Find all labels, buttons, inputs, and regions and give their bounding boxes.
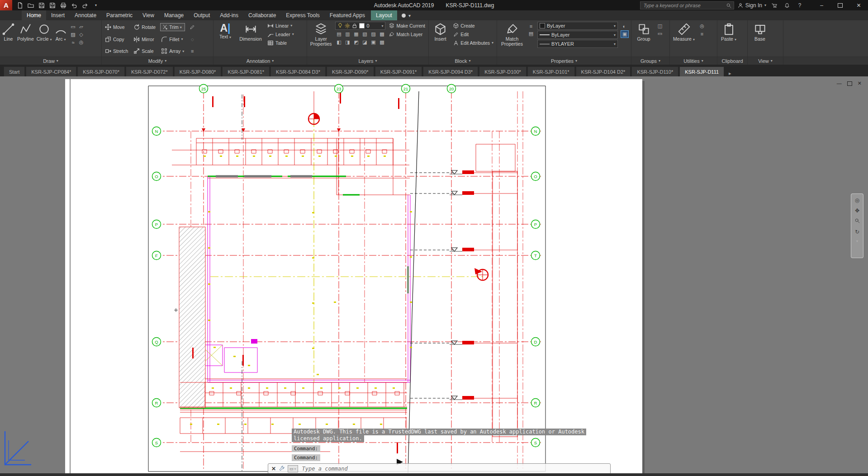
array-button[interactable]: Array▾ — [160, 47, 185, 55]
navigation-bar[interactable]: ◎ ✥ ↻ ▾ — [851, 193, 863, 258]
file-tab[interactable]: KSR-SJP-D094 D3* — [423, 66, 478, 76]
fillet-button[interactable]: Fillet▾ — [160, 35, 185, 43]
file-tab[interactable]: KSR-SJP-D081* — [222, 66, 270, 76]
app-store-icon[interactable] — [770, 3, 779, 8]
drawing-minimize-icon[interactable]: — — [837, 80, 842, 86]
navbar-more-icon[interactable]: ▾ — [856, 239, 858, 243]
help-icon[interactable]: ? — [795, 2, 804, 9]
tab-featured-apps[interactable]: Featured Apps — [325, 10, 370, 20]
ellipse-icon[interactable]: ▱ — [78, 24, 85, 30]
transparency-icon[interactable]: ◐ — [621, 23, 628, 29]
quick-select-icon[interactable]: ◎ — [698, 23, 706, 29]
command-close-icon[interactable]: ✕ — [271, 466, 276, 472]
paste-button[interactable]: Paste ▾ — [720, 22, 738, 57]
tab-home[interactable]: Home — [22, 10, 46, 20]
layer-unisolate-icon[interactable]: ◨ — [344, 39, 351, 46]
tab-insert[interactable]: Insert — [46, 10, 70, 20]
base-button[interactable]: Base — [750, 22, 770, 57]
measure-button[interactable]: Measure ▾ — [672, 22, 696, 57]
offset-icon[interactable]: ≡ — [189, 48, 196, 55]
move-button[interactable]: Move — [104, 24, 129, 31]
rotate-button[interactable]: Rotate — [133, 24, 157, 31]
explode-icon[interactable]: ◌ — [189, 36, 196, 42]
drawing-close-icon[interactable]: ✕ — [858, 80, 862, 86]
zoom-icon[interactable] — [854, 218, 860, 225]
group-edit-icon[interactable]: ▭ — [656, 30, 664, 37]
view-panel-label[interactable]: View▾ — [748, 57, 783, 65]
point-icon[interactable]: ◎ — [78, 39, 85, 46]
ribbon-collapse-icon[interactable]: ▾ — [408, 13, 411, 18]
layers-panel-label[interactable]: Layers▾ — [307, 57, 428, 65]
layer-properties-button[interactable]: Layer Properties — [309, 22, 332, 57]
command-line[interactable]: ✕ ▭▾ — [268, 463, 611, 474]
modify-panel-label[interactable]: Modify▾ — [102, 57, 213, 65]
layer-dropdown-icon[interactable]: ▾ — [381, 24, 383, 28]
layer-on-tool-icon[interactable]: ◧ — [335, 39, 342, 46]
linear-button[interactable]: Linear▾ — [266, 22, 295, 29]
layer-state-icon[interactable]: ▣ — [370, 39, 377, 46]
notifications-icon[interactable] — [783, 3, 792, 8]
object-color-dropdown[interactable]: ByLayer▾ — [537, 22, 618, 30]
signin-dropdown-icon[interactable]: ▾ — [764, 3, 766, 7]
erase-icon[interactable] — [189, 24, 196, 31]
group-button[interactable]: Group — [634, 22, 654, 57]
layer-freeze-icon[interactable]: ▦ — [352, 31, 360, 38]
command-customize-icon[interactable] — [279, 465, 285, 473]
edit-block-button[interactable]: Edit — [452, 30, 494, 38]
orbit-icon[interactable]: ↻ — [855, 229, 859, 235]
signin-button[interactable]: Sign In ▾ — [738, 2, 766, 9]
tab-parametric[interactable]: Parametric — [101, 10, 138, 20]
layer-off-icon[interactable]: ▤ — [335, 31, 342, 38]
recent-commands-icon[interactable]: ▭▾ — [288, 465, 298, 472]
layer-dropdown[interactable]: 0 ▾ — [335, 22, 385, 30]
file-tab-start[interactable]: Start — [4, 66, 25, 76]
circle-button[interactable]: Circle ▾ — [37, 22, 52, 57]
linetype-dropdown[interactable]: BYLAYER▾ — [537, 40, 618, 48]
tab-annotate[interactable]: Annotate — [70, 10, 101, 20]
file-tab[interactable]: KSR-SJP-D091* — [375, 66, 422, 76]
tab-addins[interactable]: Add-ins — [215, 10, 243, 20]
file-tab-active[interactable]: KSR-SJP-D111 — [679, 66, 724, 76]
drawing-area[interactable]: 25 23 21 20 N O P F Q R S N O P T D R S — [0, 76, 868, 476]
file-tab[interactable]: KSR-SJP-D100* — [479, 66, 526, 76]
block-panel-label[interactable]: Block▾ — [429, 57, 497, 65]
file-tab[interactable]: KSR-SJP-D104 D2* — [576, 66, 631, 76]
file-tab[interactable]: KSR-SJP-D084 D3* — [270, 66, 326, 76]
rectangle-icon[interactable]: ▭ — [70, 24, 77, 30]
stretch-button[interactable]: Stretch — [104, 47, 129, 55]
file-tab[interactable]: KSR-SJP-D110* — [631, 66, 678, 76]
tab-express-tools[interactable]: Express Tools — [281, 10, 324, 20]
plot-icon[interactable] — [58, 1, 68, 10]
arc-button[interactable]: Arc ▾ — [55, 22, 67, 57]
polyline-button[interactable]: Polyline — [17, 22, 34, 57]
file-tab[interactable]: KSR-SJP-D090* — [327, 66, 374, 76]
qat-dropdown-icon[interactable]: ▾ — [91, 1, 101, 10]
annotation-panel-label[interactable]: Annotation▾ — [213, 57, 307, 65]
ungroup-icon[interactable]: ◫ — [656, 23, 664, 29]
minimize-button[interactable]: – — [812, 0, 831, 10]
drawing-restore-icon[interactable] — [847, 81, 852, 86]
search-input[interactable] — [643, 2, 724, 9]
layer-thaw-tool-icon[interactable]: ◩ — [352, 39, 360, 46]
make-current-button[interactable]: Make Current — [388, 22, 426, 29]
line-button[interactable]: Line — [2, 22, 14, 57]
selected-toggle-icon[interactable]: ▣ — [621, 30, 629, 38]
layer-lock-tool-icon[interactable]: ▧ — [361, 31, 368, 38]
properties-panel-label[interactable]: Properties▾ — [497, 57, 631, 65]
file-tab[interactable]: KSR-SJP-CP084* — [26, 66, 76, 76]
leader-button[interactable]: Leader▾ — [266, 30, 295, 38]
tab-output[interactable]: Output — [189, 10, 215, 20]
layer-unlock-icon[interactable]: ▨ — [370, 31, 377, 38]
pan-icon[interactable]: ✥ — [855, 207, 859, 214]
close-button[interactable]: ✕ — [849, 0, 868, 10]
copy-button[interactable]: Copy — [104, 35, 129, 43]
redo-icon[interactable] — [80, 1, 90, 10]
steering-wheel-icon[interactable]: ◎ — [855, 197, 859, 203]
tab-view[interactable]: View — [138, 10, 159, 20]
clipboard-panel-label[interactable]: Clipboard — [717, 57, 747, 65]
autocad-logo-icon[interactable]: A — [0, 0, 12, 10]
utilities-panel-label[interactable]: Utilities▾ — [670, 57, 717, 65]
match-layer-button[interactable]: Match Layer — [388, 30, 426, 38]
save-as-icon[interactable] — [47, 1, 57, 10]
properties-list-icon[interactable]: ≡ — [527, 23, 535, 29]
